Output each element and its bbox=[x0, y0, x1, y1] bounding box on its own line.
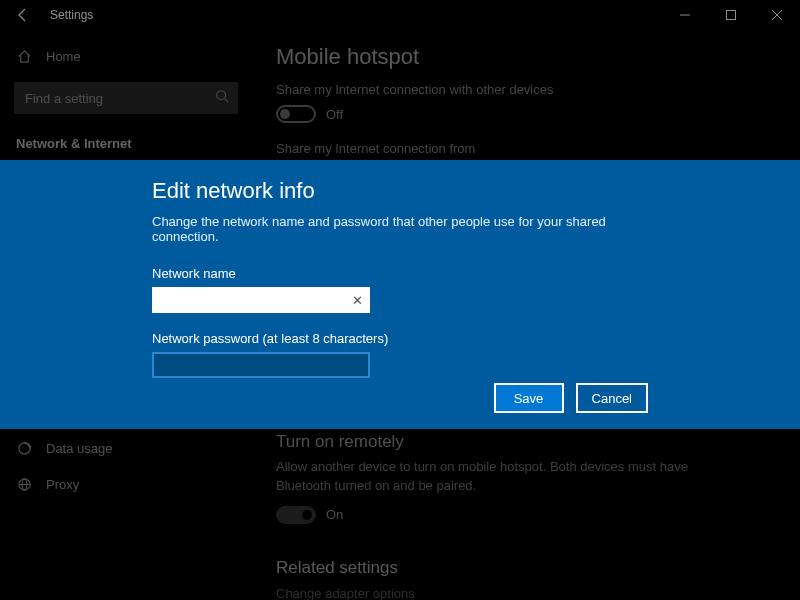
sidebar-category: Network & Internet bbox=[0, 128, 252, 159]
network-password-label: Network password (at least 8 characters) bbox=[152, 331, 648, 346]
close-icon bbox=[772, 10, 782, 20]
share-description: Share my Internet connection with other … bbox=[276, 82, 776, 97]
maximize-icon bbox=[726, 10, 736, 20]
save-button[interactable]: Save bbox=[494, 383, 564, 413]
remote-toggle-row: On bbox=[276, 506, 696, 524]
sidebar-home[interactable]: Home bbox=[0, 38, 252, 74]
arrow-left-icon bbox=[15, 7, 31, 23]
minimize-button[interactable] bbox=[662, 0, 708, 30]
network-password-input[interactable] bbox=[152, 352, 370, 378]
clear-input-icon[interactable]: ✕ bbox=[352, 293, 363, 308]
home-icon bbox=[16, 49, 32, 64]
cancel-button[interactable]: Cancel bbox=[576, 383, 648, 413]
related-heading: Related settings bbox=[276, 558, 696, 578]
share-toggle-row: Off bbox=[276, 105, 776, 123]
sidebar-item-proxy[interactable]: Proxy bbox=[0, 466, 252, 502]
sidebar-item-data-usage[interactable]: Data usage bbox=[0, 430, 252, 466]
titlebar: Settings bbox=[0, 0, 800, 30]
page-title: Mobile hotspot bbox=[276, 44, 776, 70]
sidebar-home-label: Home bbox=[46, 49, 81, 64]
toggle-knob bbox=[302, 510, 312, 520]
minimize-icon bbox=[680, 10, 690, 20]
cancel-button-label: Cancel bbox=[592, 391, 632, 406]
share-toggle-label: Off bbox=[326, 107, 343, 122]
share-from-label: Share my Internet connection from bbox=[276, 141, 776, 156]
search-input[interactable]: Find a setting bbox=[14, 82, 238, 114]
sidebar-item-label: Proxy bbox=[46, 477, 79, 492]
maximize-button[interactable] bbox=[708, 0, 754, 30]
modal-buttons: Save Cancel bbox=[494, 383, 648, 413]
remote-description: Allow another device to turn on mobile h… bbox=[276, 458, 696, 496]
remote-heading: Turn on remotely bbox=[276, 432, 696, 452]
sidebar-item-label: Data usage bbox=[46, 441, 113, 456]
remote-section: Turn on remotely Allow another device to… bbox=[276, 432, 696, 600]
svg-point-1 bbox=[217, 91, 226, 100]
network-name-label: Network name bbox=[152, 266, 648, 281]
network-name-input[interactable]: ✕ bbox=[152, 287, 370, 313]
close-button[interactable] bbox=[754, 0, 800, 30]
window-title: Settings bbox=[50, 8, 93, 22]
toggle-knob bbox=[280, 109, 290, 119]
sidebar-bottom: Data usage Proxy bbox=[0, 430, 252, 502]
svg-rect-0 bbox=[727, 11, 736, 20]
modal-description: Change the network name and password tha… bbox=[152, 214, 648, 244]
remote-toggle-label: On bbox=[326, 507, 343, 522]
back-button[interactable] bbox=[8, 0, 38, 30]
search-placeholder: Find a setting bbox=[25, 91, 103, 106]
globe-icon bbox=[16, 477, 32, 492]
save-button-label: Save bbox=[514, 391, 544, 406]
share-toggle[interactable] bbox=[276, 105, 316, 123]
remote-toggle[interactable] bbox=[276, 506, 316, 524]
modal-title: Edit network info bbox=[152, 178, 648, 204]
search-icon bbox=[215, 89, 229, 107]
data-usage-icon bbox=[16, 441, 32, 456]
related-link[interactable]: Change adapter options bbox=[276, 586, 696, 600]
edit-network-modal: Edit network info Change the network nam… bbox=[0, 160, 800, 429]
